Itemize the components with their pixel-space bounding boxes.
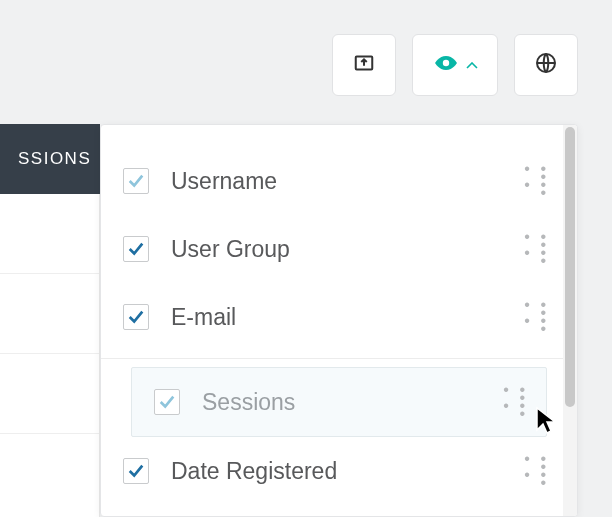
globe-button[interactable] [514, 34, 578, 96]
checkbox[interactable] [123, 236, 149, 262]
eye-icon [432, 53, 460, 77]
scrollbar[interactable] [563, 125, 577, 516]
list-item-dragging[interactable]: Sessions • • •• • • [131, 367, 547, 437]
caret-up-icon [466, 56, 478, 74]
drag-handle-icon[interactable]: • • •• • • [521, 455, 549, 487]
checkbox[interactable] [123, 458, 149, 484]
column-label: Sessions [202, 389, 500, 416]
checkbox[interactable] [123, 304, 149, 330]
scrollbar-thumb[interactable] [565, 127, 575, 407]
drag-handle-icon[interactable]: • • •• • • [521, 301, 549, 333]
list-item[interactable]: User Group • • •• • • [101, 215, 577, 283]
content-below-tabs [0, 194, 100, 517]
column-label: Username [171, 168, 521, 195]
export-button[interactable] [332, 34, 396, 96]
column-list: Username • • •• • • User Group • • •• • … [101, 125, 577, 505]
tab-strip: SSIONS [0, 124, 100, 194]
column-label: User Group [171, 236, 521, 263]
drag-handle-icon[interactable]: • • •• • • [521, 165, 549, 197]
drag-handle-icon[interactable]: • • •• • • [521, 233, 549, 265]
visibility-button[interactable] [412, 34, 498, 96]
list-item[interactable]: Username • • •• • • [101, 147, 577, 215]
drag-handle-icon[interactable]: • • •• • • [500, 386, 528, 418]
svg-point-1 [443, 60, 449, 66]
column-label: E-mail [171, 304, 521, 331]
export-icon [353, 52, 375, 78]
list-item[interactable]: Date Registered • • •• • • [101, 437, 577, 505]
tab-sessions[interactable]: SSIONS [0, 124, 100, 194]
checkbox[interactable] [123, 168, 149, 194]
toolbar [332, 34, 578, 96]
checkbox[interactable] [154, 389, 180, 415]
column-label: Date Registered [171, 458, 521, 485]
tab-label: SSIONS [18, 149, 91, 169]
globe-icon [534, 51, 558, 79]
column-visibility-panel: Username • • •• • • User Group • • •• • … [100, 124, 578, 517]
list-item[interactable]: E-mail • • •• • • [101, 283, 577, 351]
